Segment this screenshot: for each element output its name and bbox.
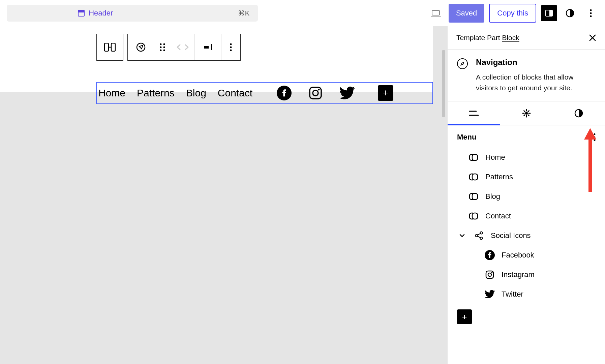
svg-point-15 (137, 43, 145, 51)
search-shortcut: ⌘K (238, 9, 250, 17)
block-more-options[interactable] (221, 34, 240, 60)
twitter-icon (485, 289, 495, 299)
svg-rect-22 (204, 46, 209, 49)
svg-rect-4 (549, 10, 552, 16)
svg-rect-2 (432, 10, 440, 15)
svg-rect-10 (310, 87, 321, 99)
menu-item-list: Home Patterns Blog Contact Social Icons (457, 148, 596, 304)
facebook-icon (485, 250, 495, 260)
add-menu-item-button[interactable]: + (457, 309, 472, 324)
twitter-icon[interactable] (339, 86, 355, 100)
svg-point-16 (160, 43, 162, 45)
document-search-bar[interactable]: Header ⌘K (7, 5, 258, 22)
top-toolbar: Header ⌘K Saved Copy this (0, 0, 605, 26)
copy-this-button[interactable]: Copy this (489, 4, 536, 23)
menu-item-contact[interactable]: Contact (457, 206, 596, 226)
svg-point-45 (491, 272, 493, 273)
svg-point-23 (230, 43, 232, 45)
svg-point-6 (590, 9, 592, 11)
svg-rect-13 (104, 43, 109, 51)
instagram-icon[interactable] (308, 86, 323, 100)
svg-point-28 (594, 133, 596, 135)
link-icon (468, 152, 479, 162)
drag-handle[interactable] (154, 34, 171, 60)
template-part-icon (77, 9, 85, 17)
svg-point-7 (590, 12, 592, 14)
block-description: A collection of blocks that allow visito… (476, 72, 596, 93)
share-icon (474, 231, 484, 241)
more-options-button[interactable] (583, 5, 599, 21)
social-icons-block[interactable] (277, 86, 355, 100)
menu-options-button[interactable] (594, 133, 596, 141)
top-actions: Saved Copy this (428, 4, 599, 23)
svg-point-18 (160, 47, 162, 48)
settings-sidebar-toggle[interactable] (541, 5, 557, 21)
menu-item-patterns[interactable]: Patterns (457, 167, 596, 187)
svg-rect-1 (78, 10, 84, 12)
close-sidebar-button[interactable] (589, 34, 596, 41)
navigation-block[interactable]: Home Patterns Blog Contact + (96, 82, 433, 104)
move-arrows[interactable] (171, 34, 194, 60)
svg-point-12 (318, 89, 320, 91)
nav-link-blog[interactable]: Blog (186, 87, 206, 99)
editor-canvas[interactable]: Home Patterns Blog Contact + (0, 26, 447, 364)
block-type-button[interactable] (128, 34, 154, 60)
instagram-icon (485, 270, 495, 280)
tab-settings[interactable] (500, 101, 553, 125)
menu-item-facebook[interactable]: Facebook (457, 245, 596, 265)
svg-point-30 (594, 140, 596, 141)
nav-link-contact[interactable]: Contact (218, 87, 252, 99)
menu-panel: Menu Home Patterns Blog Contact (448, 125, 605, 304)
svg-rect-14 (111, 43, 115, 51)
styles-button[interactable] (562, 5, 578, 21)
menu-item-home[interactable]: Home (457, 148, 596, 167)
svg-rect-36 (472, 193, 478, 200)
justify-button[interactable] (195, 34, 221, 60)
svg-point-39 (480, 232, 483, 234)
svg-rect-32 (472, 154, 478, 160)
block-card: Navigation A collection of blocks that a… (448, 50, 605, 101)
svg-point-11 (313, 90, 318, 96)
link-icon (468, 211, 479, 221)
menu-item-social-icons[interactable]: Social Icons (457, 226, 596, 245)
chevron-down-icon[interactable] (457, 231, 467, 241)
canvas-scrollbar[interactable] (442, 50, 445, 117)
tab-styles[interactable] (552, 101, 605, 125)
add-nav-item-button[interactable]: + (378, 85, 393, 101)
sidebar-breadcrumb[interactable]: Template Part Block (456, 34, 519, 42)
tab-list-view[interactable] (448, 101, 500, 125)
svg-rect-34 (472, 174, 478, 180)
svg-point-29 (594, 136, 596, 138)
svg-point-8 (590, 15, 592, 17)
link-icon (468, 172, 479, 182)
svg-point-41 (480, 237, 483, 240)
link-icon (468, 191, 479, 202)
svg-point-26 (525, 112, 528, 115)
svg-point-21 (163, 50, 165, 51)
menu-item-instagram[interactable]: Instagram (457, 265, 596, 284)
settings-sidebar: Template Part Block Navigation A collect… (447, 26, 605, 364)
svg-point-44 (488, 273, 491, 276)
svg-point-19 (163, 47, 165, 48)
sidebar-header: Template Part Block (448, 26, 605, 50)
sidebar-tabs (448, 101, 605, 125)
block-title: Navigation (476, 58, 596, 67)
nav-link-patterns[interactable]: Patterns (137, 87, 175, 99)
menu-item-blog[interactable]: Blog (457, 187, 596, 206)
svg-point-40 (476, 235, 478, 237)
document-title: Header (89, 9, 113, 18)
device-preview-button[interactable] (428, 5, 444, 21)
nav-link-home[interactable]: Home (98, 87, 125, 99)
block-toolbar (96, 34, 241, 61)
svg-point-24 (230, 47, 232, 48)
save-button[interactable]: Saved (449, 4, 484, 23)
facebook-icon[interactable] (277, 86, 292, 100)
svg-rect-38 (472, 213, 478, 219)
svg-point-17 (163, 43, 165, 45)
parent-block-button[interactable] (97, 34, 123, 60)
svg-point-25 (230, 50, 232, 51)
menu-heading: Menu (457, 133, 476, 142)
navigation-block-icon (457, 58, 468, 69)
menu-item-twitter[interactable]: Twitter (457, 284, 596, 304)
svg-point-20 (160, 50, 162, 51)
